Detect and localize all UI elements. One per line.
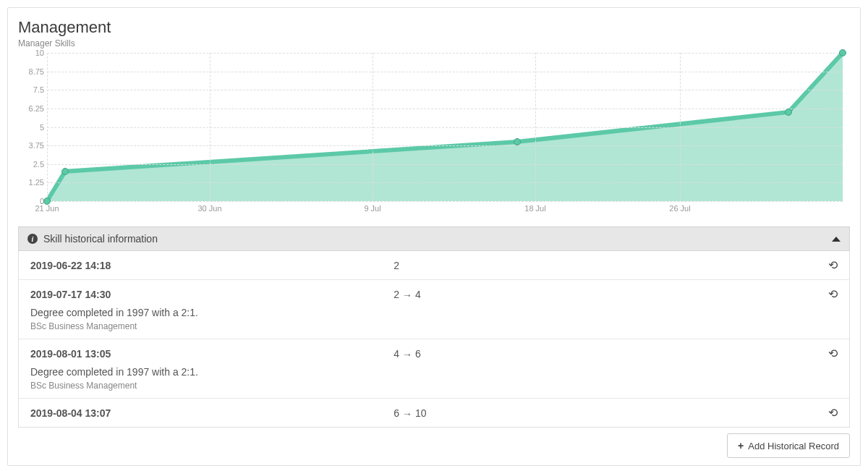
- history-row: 2019-08-04 13:076→10⟲: [19, 398, 849, 427]
- y-tick-label: 10: [35, 48, 44, 57]
- panel-title: Management: [18, 18, 850, 37]
- chart-x-axis: 21 Jun30 Jun9 Jul18 Jul26 Jul: [47, 201, 843, 219]
- history-section-header[interactable]: i Skill historical information: [18, 226, 850, 251]
- arrow-right-icon: →: [402, 289, 412, 301]
- history-row: 2019-08-01 13:054→6⟲Degree completed in …: [19, 339, 849, 398]
- skill-panel: Management Manager Skills 01.252.53.7556…: [7, 7, 861, 466]
- arrow-right-icon: →: [402, 408, 412, 420]
- add-historical-record-button[interactable]: + Add Historical Record: [727, 433, 850, 458]
- y-tick-label: 6.25: [29, 104, 44, 113]
- history-date: 2019-07-17 14:30: [30, 289, 393, 300]
- chart-y-axis: 01.252.53.7556.257.58.7510: [18, 53, 47, 201]
- gridline-horizontal: [47, 182, 843, 183]
- gridline-horizontal: [47, 72, 843, 72]
- chart-plot: [47, 53, 843, 201]
- gridline-horizontal: [47, 145, 843, 146]
- history-value: 2→4: [393, 289, 816, 300]
- history-subnote: BSc Business Management: [30, 381, 838, 391]
- x-tick-label: 9 Jul: [364, 204, 380, 213]
- history-note: Degree completed in 1997 with a 2:1.: [30, 366, 838, 378]
- gridline-vertical: [210, 53, 210, 201]
- gridline-horizontal: [47, 53, 843, 54]
- gridline-vertical: [47, 53, 48, 201]
- y-tick-label: 1.25: [29, 178, 44, 187]
- plus-icon: +: [738, 440, 744, 451]
- x-tick-label: 30 Jun: [197, 204, 221, 213]
- y-tick-label: 8.75: [29, 67, 44, 76]
- chart-point[interactable]: [839, 49, 846, 56]
- x-tick-label: 21 Jun: [35, 204, 59, 213]
- history-value: 4→6: [393, 348, 816, 360]
- chart-point[interactable]: [61, 168, 69, 175]
- y-tick-label: 2.5: [33, 160, 44, 169]
- chart-point[interactable]: [514, 138, 521, 145]
- revert-icon[interactable]: ⟲: [828, 347, 838, 360]
- skill-chart: 01.252.53.7556.257.58.7510 21 Jun30 Jun9…: [18, 53, 850, 219]
- history-value: 6→10: [393, 407, 816, 419]
- y-tick-label: 7.5: [33, 85, 44, 94]
- caret-up-icon[interactable]: [832, 237, 841, 242]
- history-value: 2: [393, 260, 816, 271]
- gridline-horizontal: [47, 90, 843, 90]
- info-icon: i: [27, 234, 38, 244]
- history-section-title: Skill historical information: [43, 233, 158, 245]
- panel-subtitle: Manager Skills: [18, 38, 850, 48]
- gridline-horizontal: [47, 127, 843, 128]
- y-tick-label: 3.75: [29, 141, 44, 150]
- history-row: 2019-07-17 14:302→4⟲Degree completed in …: [19, 279, 849, 339]
- panel-footer: + Add Historical Record: [18, 433, 850, 458]
- history-note: Degree completed in 1997 with a 2:1.: [30, 307, 838, 318]
- gridline-vertical: [680, 53, 681, 201]
- history-date: 2019-08-04 13:07: [30, 407, 393, 419]
- add-button-label: Add Historical Record: [748, 441, 839, 451]
- chart-point[interactable]: [785, 109, 792, 116]
- history-date: 2019-08-01 13:05: [30, 348, 393, 360]
- gridline-vertical: [535, 53, 536, 201]
- revert-icon[interactable]: ⟲: [828, 287, 838, 301]
- history-list[interactable]: 2019-06-22 14:182⟲2019-07-17 14:302→4⟲De…: [18, 251, 850, 428]
- gridline-horizontal: [47, 164, 843, 165]
- gridline-vertical: [373, 53, 373, 201]
- history-row: 2019-06-22 14:182⟲: [19, 251, 849, 279]
- gridline-horizontal: [47, 109, 843, 109]
- revert-icon[interactable]: ⟲: [828, 258, 838, 272]
- y-tick-label: 5: [40, 123, 44, 132]
- x-tick-label: 26 Jul: [669, 204, 690, 213]
- revert-icon[interactable]: ⟲: [828, 406, 838, 420]
- history-date: 2019-06-22 14:18: [30, 260, 393, 271]
- x-tick-label: 18 Jul: [524, 204, 545, 213]
- history-subnote: BSc Business Management: [30, 321, 838, 331]
- arrow-right-icon: →: [402, 349, 412, 360]
